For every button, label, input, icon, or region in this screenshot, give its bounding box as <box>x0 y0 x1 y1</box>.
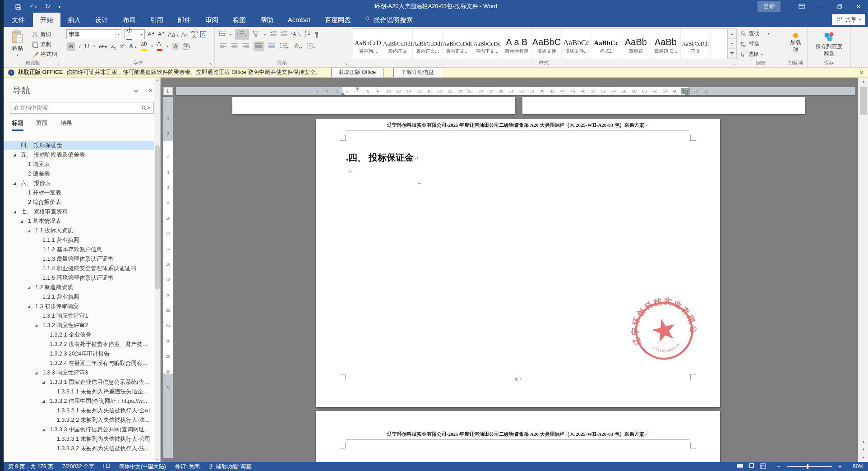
nav-heading-item[interactable]: ◢七、 资格审查资料 <box>4 207 154 217</box>
tab-插入[interactable]: 插入 <box>60 13 88 27</box>
paste-button[interactable]: 粘贴▾ <box>6 28 29 59</box>
bullets-dropdown-icon[interactable]: ▾ <box>230 32 231 37</box>
cut-button[interactable]: 剪切 <box>32 30 57 39</box>
zoom-slider-thumb[interactable] <box>807 464 808 469</box>
font-size-combo[interactable]: 小二▾ <box>124 29 145 39</box>
expand-arrow-icon[interactable]: ◢ <box>28 302 30 311</box>
asian-layout-button[interactable]: A▾ <box>291 31 301 38</box>
minimize-button[interactable]: — <box>811 0 830 13</box>
nav-heading-item[interactable]: 1.3.3.2.2 未被列入失信被执行人-法... <box>4 416 154 425</box>
nav-heading-item[interactable]: 1.3.2.4 在最近三年没有与骗取合同有... <box>4 359 154 368</box>
tab-百度网盘[interactable]: 百度网盘 <box>318 13 358 27</box>
zoom-in-icon[interactable]: + <box>838 463 842 470</box>
nav-heading-item[interactable]: 1.3.1 响应性评审1 <box>4 311 154 321</box>
spellcheck-icon[interactable] <box>103 463 110 470</box>
expand-arrow-icon[interactable]: ◢ <box>28 226 30 236</box>
shading-button[interactable]: ▾ <box>293 43 302 50</box>
nav-heading-item[interactable]: ◢六、 报价表 <box>4 179 154 188</box>
strikethrough-button[interactable]: abc <box>99 44 107 49</box>
clipboard-dialog-launcher-icon[interactable]: ↘ <box>56 62 60 66</box>
character-shading-button[interactable]: A <box>172 43 179 50</box>
nav-heading-item[interactable]: 1.1.3 质量管理体系认证证书 <box>4 254 154 264</box>
expand-arrow-icon[interactable]: ◢ <box>20 217 23 226</box>
underline-button[interactable]: U <box>85 43 89 50</box>
tab-file[interactable]: 文件 <box>4 13 33 27</box>
web-layout-icon[interactable] <box>760 463 766 470</box>
learn-more-button[interactable]: 了解详细信息 <box>393 68 441 77</box>
nav-heading-item[interactable]: ◢1 基本情况表 <box>4 217 154 226</box>
format-painter-button[interactable]: 格式刷 <box>32 50 57 59</box>
tab-设计[interactable]: 设计 <box>88 13 115 27</box>
zoom-slider[interactable] <box>787 466 832 467</box>
italic-button[interactable]: I <box>79 43 81 50</box>
style-item[interactable]: A a B附件大标题 <box>502 29 532 59</box>
document-scrollbar[interactable]: ▲ ▲ ▼ ▼ <box>858 78 868 462</box>
nav-heading-item[interactable]: 1.3.3.3.1 未被列为失信被执行人-公司 <box>4 434 154 444</box>
subscript-button[interactable]: x2 <box>111 42 116 51</box>
increase-indent-button[interactable] <box>280 30 287 38</box>
style-item[interactable]: AaBbCc投标文件... <box>562 29 591 59</box>
numbering-button[interactable]: 123▾ <box>235 29 249 40</box>
addins-button[interactable]: 加载项 <box>786 28 805 53</box>
accessibility-indicator[interactable]: 辅助功能: 调查 <box>208 463 251 471</box>
phonetic-guide-button[interactable]: wén文 <box>191 30 198 38</box>
expand-arrow-icon[interactable]: ◢ <box>13 207 16 217</box>
nav-search-input[interactable]: 在文档中搜索 ▾ <box>10 102 154 114</box>
bullets-button[interactable] <box>219 30 226 38</box>
font-dialog-launcher-icon[interactable]: ↘ <box>209 62 212 66</box>
nav-heading-item[interactable]: 1.1.1 营业执照 <box>4 236 154 245</box>
tab-邮件[interactable]: 邮件 <box>171 13 198 27</box>
nav-heading-item[interactable]: 1 响应表 <box>4 160 154 169</box>
horizontal-ruler[interactable]: 6422468101214161820222426283032343638404… <box>176 87 855 95</box>
share-button[interactable]: 共享▾ <box>832 14 865 25</box>
nav-heading-item[interactable]: 1.3.3.3.2 未被列为失信被执行人-法... <box>4 444 154 453</box>
scrollbar-thumb[interactable] <box>860 87 867 115</box>
read-mode-icon[interactable] <box>737 463 743 470</box>
nav-heading-item[interactable]: ◢1.1 投标人资质 <box>4 226 154 236</box>
restore-button[interactable] <box>830 0 849 13</box>
tab-布局[interactable]: 布局 <box>115 13 143 27</box>
font-color-dropdown-icon[interactable]: ▾ <box>166 44 168 48</box>
nav-tab-页面[interactable]: 页面 <box>36 119 48 131</box>
style-item[interactable]: AaBbCcDdI表内正文 <box>383 29 413 59</box>
justify-button[interactable] <box>254 42 264 51</box>
next-page-icon[interactable]: ▼ <box>859 446 868 454</box>
print-layout-icon[interactable] <box>749 463 754 470</box>
word-count[interactable]: 7/20032 个字 <box>62 463 94 471</box>
clear-format-button[interactable]: A <box>181 31 189 38</box>
undo-icon[interactable]: ↶▾ <box>29 3 37 10</box>
style-item[interactable]: AaBbCc样式1 <box>591 29 621 59</box>
redo-icon[interactable]: ↻ <box>45 3 51 10</box>
change-case-button[interactable]: Aa ▾ <box>168 31 179 38</box>
nav-scrollbar[interactable]: ▲ ▼ <box>154 78 160 462</box>
nav-heading-item[interactable]: 2 偏差表 <box>4 169 154 179</box>
tell-me-search[interactable]: 操作说明搜索 <box>365 13 413 27</box>
decrease-indent-button[interactable] <box>269 30 277 38</box>
style-item[interactable]: AaBbCcD表内列... <box>353 29 383 59</box>
nav-heading-item[interactable]: 1.1.5 环境管理体系认证证书 <box>4 273 154 283</box>
nav-heading-item[interactable]: 1.1.2 基本存款账户信息 <box>4 245 154 254</box>
character-border-button[interactable]: A <box>200 31 206 37</box>
tab-审阅[interactable]: 审阅 <box>198 13 226 27</box>
nav-heading-item[interactable]: 1.2.1 营业执照 <box>4 292 154 302</box>
nav-heading-item[interactable]: 四、 投标保证金 <box>4 141 154 150</box>
nav-heading-item[interactable]: ◢1.3 初步评审响应 <box>4 302 154 311</box>
font-name-combo[interactable]: 宋体▾ <box>66 29 121 39</box>
ribbon-display-options-icon[interactable] <box>792 0 811 13</box>
zoom-level[interactable]: 80% <box>848 463 863 470</box>
font-color-button[interactable]: A <box>157 42 162 51</box>
scroll-up-icon[interactable]: ▲ <box>859 78 868 86</box>
scroll-down-icon[interactable]: ▼ <box>859 454 868 462</box>
previous-page-icon[interactable]: ▲ <box>859 438 868 446</box>
tab-Acrobat[interactable]: Acrobat <box>281 13 318 27</box>
replace-button[interactable]: abac替换 <box>740 40 781 48</box>
gallery-more-icon[interactable]: ▾ <box>728 49 736 59</box>
nav-heading-item[interactable]: 1.1.4 职业健康安全管理体系认证证书 <box>4 264 154 273</box>
expand-arrow-icon[interactable]: ◢ <box>42 397 45 406</box>
indent-marker[interactable] <box>341 92 345 95</box>
nav-heading-item[interactable]: ◢1.3.3.1 国家企业信用信息公示系统(查... <box>4 378 154 387</box>
expand-arrow-icon[interactable]: ◢ <box>42 378 45 387</box>
underline-dropdown-icon[interactable]: ▾ <box>93 44 95 48</box>
find-button[interactable]: 查找▾ <box>740 29 781 38</box>
tab-帮助[interactable]: 帮助 <box>253 13 281 27</box>
